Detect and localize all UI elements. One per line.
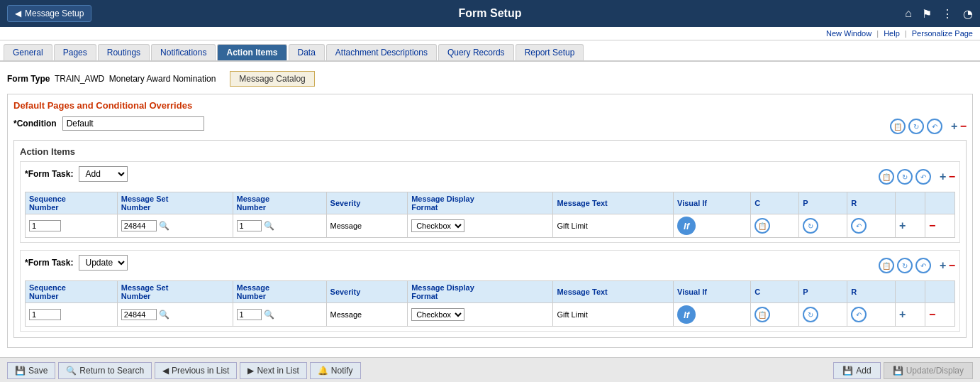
- row-minus-btn-add[interactable]: −: [929, 219, 935, 232]
- add-icon: 💾: [842, 366, 853, 376]
- help-link[interactable]: Help: [884, 29, 900, 38]
- form-task-add-select[interactable]: Add Update Delete: [79, 166, 128, 182]
- add-condition-btn[interactable]: +: [951, 120, 957, 133]
- task-update-minus-btn[interactable]: −: [949, 259, 955, 272]
- main-content: Form Type TRAIN_AWD Monetary Award Nomin…: [0, 62, 980, 357]
- task-update-undo-btn[interactable]: ↶: [915, 258, 931, 273]
- col-display-format: Message DisplayFormat: [408, 192, 553, 214]
- row-undo-btn-update[interactable]: ↶: [851, 307, 867, 322]
- msg-num-input-update[interactable]: [237, 309, 262, 320]
- add-button[interactable]: 💾 Add: [833, 362, 880, 379]
- msg-num-input-add[interactable]: [237, 220, 262, 231]
- return-icon: 🔍: [66, 366, 77, 376]
- notify-label: Notify: [331, 366, 353, 376]
- return-label: Return to Search: [79, 366, 144, 376]
- tab-action-items[interactable]: Action Items: [217, 44, 286, 60]
- form-task-update-label: *Form Task:: [25, 258, 73, 268]
- seq-input-add[interactable]: [29, 220, 61, 231]
- remove-condition-btn[interactable]: −: [960, 120, 967, 133]
- col-p: P: [799, 192, 847, 214]
- page-title: Form Setup: [459, 7, 522, 20]
- col-severity: Severity: [326, 192, 408, 214]
- msg-set-search-icon-update[interactable]: 🔍: [159, 310, 169, 320]
- msg-num-search-icon-add[interactable]: 🔍: [264, 221, 274, 231]
- previous-in-list-button[interactable]: ◀ Previous in List: [155, 362, 237, 379]
- table-row: 🔍 🔍 Message Checkbox Radio: [26, 303, 955, 327]
- tab-attachment-descriptions[interactable]: Attachment Descriptions: [326, 44, 437, 60]
- tab-report-setup[interactable]: Report Setup: [516, 44, 584, 60]
- next-in-list-button[interactable]: ▶ Next in List: [240, 362, 306, 379]
- notify-icon: 🔔: [318, 366, 328, 376]
- action-items-section: Action Items *Form Task: Add Update Dele…: [13, 140, 967, 338]
- form-task-add-label: *Form Task:: [25, 169, 73, 179]
- col-actions2: [925, 192, 955, 214]
- task-add-copy-btn[interactable]: 📋: [879, 169, 894, 185]
- new-window-link[interactable]: New Window: [826, 29, 872, 38]
- refresh-icon-btn[interactable]: ↻: [908, 119, 924, 134]
- notify-button[interactable]: 🔔 Notify: [310, 362, 361, 379]
- undo-icon-btn[interactable]: ↶: [927, 119, 942, 134]
- copy-icon-btn[interactable]: 📋: [890, 119, 906, 134]
- top-links-bar: New Window | Help | Personalize Page: [0, 27, 980, 40]
- msg-set-search-icon-add[interactable]: 🔍: [159, 221, 169, 231]
- display-format-select-update[interactable]: Checkbox Radio: [411, 308, 464, 321]
- task-row-update: *Form Task: Add Update Delete 📋 ↻ ↶ +: [20, 250, 960, 332]
- col-msg-text-u: Message Text: [553, 281, 674, 303]
- task-update-copy-btn[interactable]: 📋: [879, 258, 894, 273]
- form-task-update-select[interactable]: Add Update Delete: [79, 255, 128, 271]
- tab-general[interactable]: General: [4, 44, 52, 60]
- add-label: Add: [856, 366, 871, 376]
- condition-input[interactable]: [62, 116, 204, 131]
- home-icon[interactable]: ⌂: [905, 7, 912, 20]
- task-row-add: *Form Task: Add Update Delete 📋 ↻ ↶ +: [20, 161, 960, 243]
- message-catalog-button[interactable]: Message Catalog: [230, 71, 314, 87]
- task-add-refresh-btn[interactable]: ↻: [897, 169, 913, 185]
- personalize-link[interactable]: Personalize Page: [912, 29, 973, 38]
- severity-cell-update: Message: [326, 303, 408, 327]
- row-plus-btn-update[interactable]: +: [899, 308, 906, 321]
- condition-label: *Condition: [13, 119, 57, 129]
- tab-routings[interactable]: Routings: [98, 44, 150, 60]
- msg-set-input-add[interactable]: [121, 220, 157, 231]
- save-button[interactable]: 💾 Save: [7, 362, 55, 379]
- tab-data[interactable]: Data: [289, 44, 325, 60]
- task-update-refresh-btn[interactable]: ↻: [897, 258, 913, 273]
- save-icon: 💾: [15, 366, 26, 376]
- msg-text-cell-update: Gift Limit: [553, 303, 674, 327]
- more-icon[interactable]: ⋮: [942, 7, 953, 21]
- row-refresh-btn-add[interactable]: ↻: [803, 218, 818, 234]
- row-plus-btn-add[interactable]: +: [899, 219, 906, 232]
- save-label: Save: [28, 366, 48, 376]
- compass-icon[interactable]: ◔: [963, 7, 973, 21]
- task-add-undo-btn[interactable]: ↶: [915, 169, 931, 185]
- row-copy-btn-add[interactable]: 📋: [755, 218, 770, 234]
- return-to-search-button[interactable]: 🔍 Return to Search: [58, 362, 152, 379]
- app-header: ◀ Message Setup Form Setup ⌂ ⚑ ⋮ ◔: [0, 0, 980, 27]
- row-refresh-btn-update[interactable]: ↻: [803, 307, 818, 322]
- task-add-minus-btn[interactable]: −: [949, 170, 955, 183]
- task-update-table: SequenceNumber Message SetNumber Message…: [25, 280, 955, 327]
- row-undo-btn-add[interactable]: ↶: [851, 218, 867, 234]
- tab-notifications[interactable]: Notifications: [151, 44, 216, 60]
- tab-query-records[interactable]: Query Records: [438, 44, 514, 60]
- task-add-icon-group: 📋 ↻ ↶ + −: [879, 169, 955, 185]
- update-display-button[interactable]: 💾 Update/Display: [884, 362, 973, 379]
- row-copy-btn-update[interactable]: 📋: [755, 307, 770, 322]
- header-icon-group: ⌂ ⚑ ⋮ ◔: [905, 7, 973, 21]
- task-update-plus-btn[interactable]: +: [940, 259, 946, 272]
- visual-if-btn-add[interactable]: If: [677, 217, 696, 235]
- prev-label: Previous in List: [172, 366, 229, 376]
- display-format-select-add[interactable]: Checkbox Radio: [411, 219, 464, 232]
- row-minus-btn-update[interactable]: −: [929, 308, 935, 321]
- tab-bar: General Pages Routings Notifications Act…: [0, 40, 980, 62]
- msg-set-input-update[interactable]: [121, 309, 157, 320]
- task-update-icon-group: 📋 ↻ ↶ + −: [879, 258, 955, 273]
- seq-input-update[interactable]: [29, 309, 61, 320]
- tab-pages[interactable]: Pages: [54, 44, 96, 60]
- back-button[interactable]: ◀ Message Setup: [7, 5, 91, 22]
- task-add-plus-btn[interactable]: +: [940, 170, 946, 183]
- form-type-row: Form Type TRAIN_AWD Monetary Award Nomin…: [7, 67, 973, 90]
- msg-num-search-icon-update[interactable]: 🔍: [264, 310, 274, 320]
- visual-if-btn-update[interactable]: If: [677, 305, 696, 324]
- flag-icon[interactable]: ⚑: [922, 7, 932, 21]
